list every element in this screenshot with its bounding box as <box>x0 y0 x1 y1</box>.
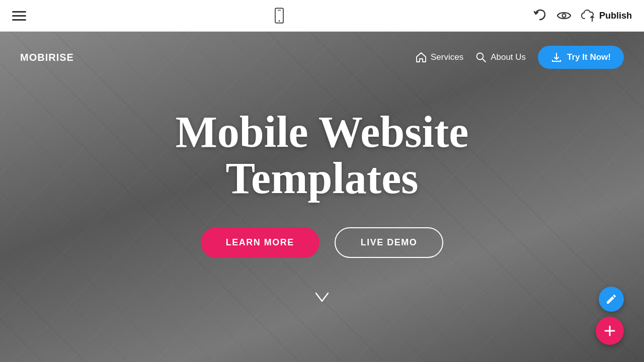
hero-title: Mobile Website Templates <box>176 109 469 202</box>
nav-links: Services About Us Try It Now! <box>416 46 624 69</box>
toolbar-left <box>12 11 26 21</box>
about-label: About Us <box>491 52 526 62</box>
publish-button[interactable]: Publish <box>581 9 632 23</box>
services-label: Services <box>431 52 463 62</box>
undo-button[interactable] <box>533 9 547 23</box>
main-hero: MOBIRISE Services About Us <box>0 32 644 362</box>
nav-services[interactable]: Services <box>416 52 463 63</box>
learn-more-button[interactable]: LEARN MORE <box>201 227 319 258</box>
undo-icon <box>533 9 547 23</box>
eye-icon <box>557 9 571 23</box>
hero-buttons: LEARN MORE LIVE DEMO <box>201 227 444 258</box>
plus-icon <box>603 324 617 338</box>
svg-point-3 <box>562 14 566 18</box>
fab-edit-button[interactable] <box>599 287 624 312</box>
fab-add-button[interactable] <box>596 317 624 345</box>
try-label: Try It Now! <box>567 52 611 62</box>
publish-label: Publish <box>599 11 632 21</box>
cloud-upload-icon <box>581 9 595 23</box>
phone-icon <box>271 8 287 24</box>
preview-button[interactable] <box>557 9 571 23</box>
toolbar: Publish <box>0 0 644 32</box>
nav-about[interactable]: About Us <box>475 52 526 63</box>
search-icon <box>475 52 487 63</box>
pencil-icon <box>605 293 617 305</box>
svg-line-6 <box>482 59 486 62</box>
try-now-button[interactable]: Try It Now! <box>538 46 624 69</box>
menu-button[interactable] <box>12 11 26 21</box>
live-demo-button[interactable]: LIVE DEMO <box>335 227 444 258</box>
download-icon <box>551 52 562 63</box>
brand-logo: MOBIRISE <box>20 52 74 63</box>
chevron-down-icon <box>313 288 331 306</box>
hero-content: Mobile Website Templates LEARN MORE LIVE… <box>0 109 644 258</box>
hero-nav: MOBIRISE Services About Us <box>0 32 644 69</box>
svg-point-1 <box>279 20 280 22</box>
home-icon <box>416 52 427 63</box>
toolbar-center <box>271 8 287 24</box>
toolbar-right: Publish <box>533 9 632 23</box>
scroll-down-arrow[interactable] <box>0 288 644 310</box>
